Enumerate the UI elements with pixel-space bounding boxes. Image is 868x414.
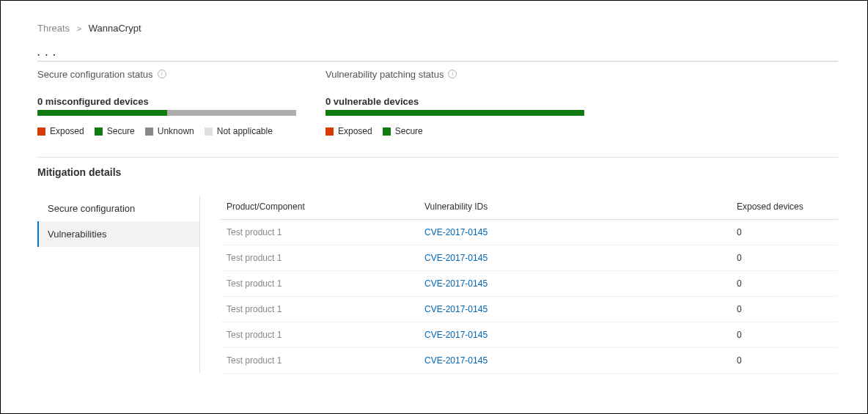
cve-link[interactable]: CVE-2017-0145	[424, 355, 488, 366]
vulnerabilities-table: Product/Component Vulnerability IDs Expo…	[200, 196, 838, 374]
secure-config-chart	[37, 110, 296, 116]
cell-product: Test product 1	[227, 278, 424, 289]
table-row[interactable]: Test product 1 CVE-2017-0145 0	[221, 322, 838, 348]
overflow-row: . . .	[37, 47, 838, 62]
cell-exposed: 0	[737, 330, 832, 340]
cell-exposed: 0	[737, 253, 832, 263]
legend-secure: Secure	[383, 126, 423, 136]
table-row[interactable]: Test product 1 CVE-2017-0145 0	[221, 271, 838, 297]
cell-exposed: 0	[737, 304, 832, 314]
breadcrumb-separator-icon: >	[77, 24, 81, 33]
secure-config-panel: Secure configuration status i 0 misconfi…	[37, 69, 296, 136]
legend-na-label: Not applicable	[217, 126, 273, 136]
secure-config-title-text: Secure configuration status	[37, 69, 153, 80]
cell-vulnerability: CVE-2017-0145	[424, 227, 737, 237]
bar-segment-secure	[326, 110, 584, 116]
cell-vulnerability: CVE-2017-0145	[424, 278, 737, 289]
section-divider	[37, 157, 838, 158]
swatch-green-icon	[95, 127, 103, 136]
legend-exposed: Exposed	[37, 126, 84, 136]
app-frame: Threats > WannaCrypt . . . Secure config…	[0, 0, 868, 414]
info-icon[interactable]: i	[158, 70, 166, 78]
legend-exposed-label: Exposed	[50, 126, 84, 136]
table-row[interactable]: Test product 1 CVE-2017-0145 0	[221, 245, 838, 271]
mitigation-tabs: Secure configuration Vulnerabilities	[37, 196, 200, 374]
swatch-light-icon	[205, 127, 213, 136]
secure-config-title: Secure configuration status i	[37, 69, 296, 80]
secure-config-legend: Exposed Secure Unknown Not applicable	[37, 126, 296, 136]
swatch-orange-icon	[37, 127, 45, 136]
cve-link[interactable]: CVE-2017-0145	[424, 253, 488, 263]
table-row[interactable]: Test product 1 CVE-2017-0145 0	[221, 297, 838, 322]
column-vulnerability-ids[interactable]: Vulnerability IDs	[424, 202, 737, 212]
cell-product: Test product 1	[227, 330, 424, 340]
breadcrumb-current: WannaCrypt	[89, 23, 141, 34]
cve-link[interactable]: CVE-2017-0145	[424, 304, 488, 314]
bar-segment-unknown	[167, 110, 297, 116]
patching-panel: Vulnerability patching status i 0 vulner…	[326, 69, 584, 136]
patching-title-text: Vulnerability patching status	[326, 69, 444, 80]
table-row[interactable]: Test product 1 CVE-2017-0145 0	[221, 220, 838, 245]
overflow-col-left: . . .	[37, 47, 296, 58]
page-content: Threats > WannaCrypt . . . Secure config…	[1, 1, 867, 374]
table-header: Product/Component Vulnerability IDs Expo…	[221, 196, 838, 220]
table-row[interactable]: Test product 1 CVE-2017-0145 0	[221, 348, 838, 374]
legend-secure: Secure	[95, 126, 135, 136]
cell-vulnerability: CVE-2017-0145	[424, 330, 737, 340]
cell-product: Test product 1	[227, 227, 424, 237]
legend-exposed-label: Exposed	[338, 126, 372, 136]
breadcrumb: Threats > WannaCrypt	[37, 23, 838, 34]
cell-vulnerability: CVE-2017-0145	[424, 304, 737, 314]
mitigation-details: Secure configuration Vulnerabilities Pro…	[37, 196, 838, 374]
cve-link[interactable]: CVE-2017-0145	[424, 278, 488, 289]
column-product[interactable]: Product/Component	[227, 202, 424, 212]
legend-na: Not applicable	[205, 126, 273, 136]
cell-vulnerability: CVE-2017-0145	[424, 253, 737, 263]
legend-unknown: Unknown	[145, 126, 194, 136]
patching-metric: 0 vulnerable devices	[326, 96, 584, 107]
column-exposed-devices[interactable]: Exposed devices	[737, 202, 832, 212]
cve-link[interactable]: CVE-2017-0145	[424, 227, 488, 237]
tab-secure-configuration[interactable]: Secure configuration	[37, 196, 199, 221]
cell-exposed: 0	[737, 278, 832, 289]
info-icon[interactable]: i	[448, 70, 457, 78]
bar-segment-secure	[37, 110, 167, 116]
cell-product: Test product 1	[227, 253, 424, 263]
patching-legend: Exposed Secure	[326, 126, 584, 136]
cell-exposed: 0	[737, 227, 832, 237]
legend-secure-label: Secure	[395, 126, 423, 136]
breadcrumb-root[interactable]: Threats	[37, 23, 70, 34]
status-row: Secure configuration status i 0 misconfi…	[37, 69, 838, 136]
legend-secure-label: Secure	[107, 126, 135, 136]
legend-unknown-label: Unknown	[158, 126, 194, 136]
cell-product: Test product 1	[227, 355, 424, 366]
mitigation-title: Mitigation details	[37, 166, 838, 178]
patching-title: Vulnerability patching status i	[326, 69, 584, 80]
swatch-orange-icon	[326, 127, 334, 136]
swatch-grey-icon	[145, 127, 153, 136]
cell-product: Test product 1	[227, 304, 424, 314]
cell-exposed: 0	[737, 355, 832, 366]
overflow-col-right	[326, 47, 584, 58]
legend-exposed: Exposed	[326, 126, 372, 136]
overflow-menu-button[interactable]: . . .	[37, 48, 57, 58]
tab-vulnerabilities[interactable]: Vulnerabilities	[37, 221, 199, 247]
secure-config-metric: 0 misconfigured devices	[37, 96, 296, 107]
cell-vulnerability: CVE-2017-0145	[424, 355, 737, 366]
swatch-green-icon	[383, 127, 391, 136]
cve-link[interactable]: CVE-2017-0145	[424, 330, 488, 340]
patching-chart	[326, 110, 584, 116]
